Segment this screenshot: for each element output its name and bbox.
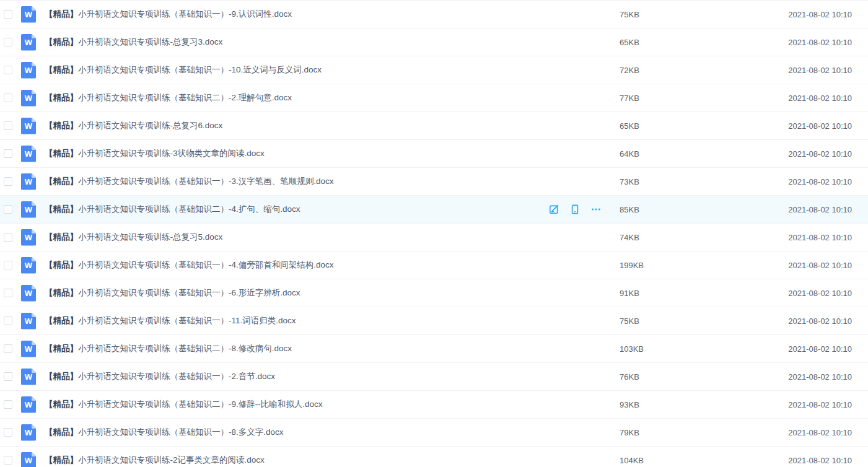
file-name-text: 小升初语文知识专项训练（基础知识一）-3.汉字笔画、笔顺规则.docx [78,177,334,186]
row-checkbox[interactable] [4,66,12,74]
file-name[interactable]: 【精品】小升初语文知识专项训练（基础知识一）-8.多义字.docx [45,427,548,438]
file-name-text: 小升初语文知识专项训练（基础知识一）-6.形近字辨析.docx [78,288,300,297]
file-size: 72KB [620,66,694,75]
edit-icon[interactable] [548,204,559,215]
file-name[interactable]: 【精品】小升初语文知识专项训练（基础知识一）-2.音节.docx [45,371,548,382]
file-date: 2021-08-02 10:10 [694,261,852,270]
row-checkbox[interactable] [4,10,12,19]
row-checkbox[interactable] [4,121,12,130]
file-size: 76KB [620,372,694,382]
file-date: 2021-08-02 10:10 [694,38,852,47]
file-date: 2021-08-02 10:10 [694,121,852,131]
doc-fold-corner [32,369,36,373]
file-row[interactable]: W 【精品】小升初语文知识专项训练（基础知识一）-9.认识词性.docx [0,1,868,28]
file-name-text: 小升初语文知识专项训练（基础知识一）-9.认识词性.docx [78,9,292,19]
row-checkbox[interactable] [4,233,12,242]
file-name-prefix: 【精品】 [45,316,78,325]
file-row[interactable]: W 【精品】小升初语文知识专项训练-总复习6.docx [0,112,868,140]
file-name-text: 小升初语文知识专项训练-总复习5.docx [78,232,222,242]
file-row[interactable]: W 【精品】小升初语文知识专项训练-3状物类文章的阅读.docx [0,140,868,168]
file-name[interactable]: 【精品】小升初语文知识专项训练（基础知识一）-3.汉字笔画、笔顺规则.docx [45,176,548,187]
mobile-preview-icon[interactable] [569,204,581,215]
file-row[interactable]: W 【精品】小升初语文知识专项训练（基础知识一）-6.形近字辨析.docx [0,279,868,307]
row-checkbox[interactable] [4,94,12,102]
file-name[interactable]: 【精品】小升初语文知识专项训练（基础知识一）-6.形近字辨析.docx [45,287,548,299]
file-row[interactable]: W 【精品】小升初语文知识专项训练（基础知识一）-8.多义字.docx [0,419,868,447]
file-name[interactable]: 【精品】小升初语文知识专项训练（基础知识一）-11.词语归类.docx [45,315,548,326]
file-name[interactable]: 【精品】小升初语文知识专项训练（基础知识一）-9.认识词性.docx [45,9,548,20]
file-name[interactable]: 【精品】小升初语文知识专项训练（基础知识一）-4.偏旁部首和间架结构.docx [45,260,548,271]
file-name-prefix: 【精品】 [45,427,78,437]
file-name-text: 小升初语文知识专项训练（基础知识一）-4.偏旁部首和间架结构.docx [78,260,334,269]
word-doc-icon: W [21,257,36,274]
file-name[interactable]: 【精品】小升初语文知识专项训练-总复习3.docx [45,37,548,48]
file-name-prefix: 【精品】 [45,37,78,46]
row-checkbox[interactable] [4,456,12,465]
word-doc-icon: W [21,369,36,385]
file-date: 2021-08-02 10:10 [694,428,852,437]
row-checkbox[interactable] [4,428,12,437]
file-name-text: 小升初语文知识专项训练（基础知识一）-10.近义词与反义词.docx [78,65,322,74]
word-doc-icon: W [21,285,36,302]
row-checkbox[interactable] [4,177,12,186]
doc-fold-corner [32,146,36,150]
doc-fold-corner [32,173,36,178]
file-row[interactable]: W 【精品】小升初语文知识专项训练（基础知识二）-4.扩句、缩句.docx [0,196,868,224]
file-name-text: 小升初语文知识专项训练（基础知识二）-9.修辞--比喻和拟人.docx [78,399,323,409]
file-name[interactable]: 【精品】小升初语文知识专项训练（基础知识二）-2.理解句意.docx [45,92,548,103]
file-size: 79KB [620,428,694,437]
file-name-prefix: 【精品】 [45,93,78,102]
word-doc-icon: W [21,62,36,79]
file-name-prefix: 【精品】 [45,204,78,214]
doc-fold-corner [32,341,36,345]
file-row[interactable]: W 【精品】小升初语文知识专项训练-总复习3.docx [0,28,868,56]
doc-fold-corner [32,257,36,261]
row-checkbox[interactable] [4,316,12,325]
file-name[interactable]: 【精品】小升初语文知识专项训练-总复习5.docx [45,232,548,243]
file-row[interactable]: W 【精品】小升初语文知识专项训练（基础知识二）-2.理解句意.docx [0,84,868,112]
file-date: 2021-08-02 10:10 [694,372,852,382]
file-row[interactable]: W 【精品】小升初语文知识专项训练（基础知识一）-10.近义词与反义词.docx [0,56,868,84]
word-doc-icon: W [21,34,36,51]
file-name-text: 小升初语文知识专项训练（基础知识一）-8.多义字.docx [78,427,284,437]
row-checkbox[interactable] [4,205,12,214]
file-row[interactable]: W 【精品】小升初语文知识专项训练（基础知识二）-8.修改病句.docx [0,335,868,363]
doc-fold-corner [32,229,36,234]
row-checkbox[interactable] [4,400,12,409]
row-checkbox[interactable] [4,372,12,381]
file-name-prefix: 【精品】 [45,455,78,465]
file-name-prefix: 【精品】 [45,372,78,381]
word-doc-icon: W [21,341,36,357]
file-row[interactable]: W 【精品】小升初语文知识专项训练-2记事类文章的阅读.docx [0,447,868,467]
file-date: 2021-08-02 10:10 [694,10,852,19]
file-name[interactable]: 【精品】小升初语文知识专项训练（基础知识二）-8.修改病句.docx [45,343,548,354]
file-name[interactable]: 【精品】小升初语文知识专项训练-3状物类文章的阅读.docx [45,148,548,159]
row-checkbox[interactable] [4,289,12,297]
row-checkbox[interactable] [4,344,12,353]
file-name[interactable]: 【精品】小升初语文知识专项训练-2记事类文章的阅读.docx [45,455,548,466]
row-checkbox[interactable] [4,38,12,46]
file-name[interactable]: 【精品】小升初语文知识专项训练（基础知识二）-9.修辞--比喻和拟人.docx [45,399,548,410]
file-row[interactable]: W 【精品】小升初语文知识专项训练（基础知识一）-11.词语归类.docx [0,307,868,335]
file-size: 74KB [620,233,694,242]
file-name[interactable]: 【精品】小升初语文知识专项训练（基础知识一）-10.近义词与反义词.docx [45,64,548,76]
file-name-prefix: 【精品】 [45,121,78,130]
file-size: 93KB [620,400,694,409]
file-row[interactable]: W 【精品】小升初语文知识专项训练（基础知识二）-9.修辞--比喻和拟人.doc… [0,391,868,419]
row-checkbox[interactable] [4,149,12,158]
file-size: 199KB [620,261,694,270]
row-checkbox[interactable] [4,261,12,269]
file-name[interactable]: 【精品】小升初语文知识专项训练-总复习6.docx [45,120,548,131]
file-row[interactable]: W 【精品】小升初语文知识专项训练（基础知识一）-3.汉字笔画、笔顺规则.doc… [0,168,868,196]
file-size: 64KB [620,149,694,159]
file-row[interactable]: W 【精品】小升初语文知识专项训练-总复习5.docx [0,224,868,251]
file-date: 2021-08-02 10:10 [694,344,852,354]
file-name-prefix: 【精品】 [45,288,78,297]
more-actions-icon[interactable] [590,204,602,215]
file-row[interactable]: W 【精品】小升初语文知识专项训练（基础知识一）-2.音节.docx [0,363,868,391]
file-name-prefix: 【精品】 [45,65,78,74]
file-name[interactable]: 【精品】小升初语文知识专项训练（基础知识二）-4.扩句、缩句.docx [45,204,548,215]
doc-fold-corner [32,90,36,94]
file-row[interactable]: W 【精品】小升初语文知识专项训练（基础知识一）-4.偏旁部首和间架结构.doc… [0,251,868,279]
file-date: 2021-08-02 10:10 [694,400,852,409]
